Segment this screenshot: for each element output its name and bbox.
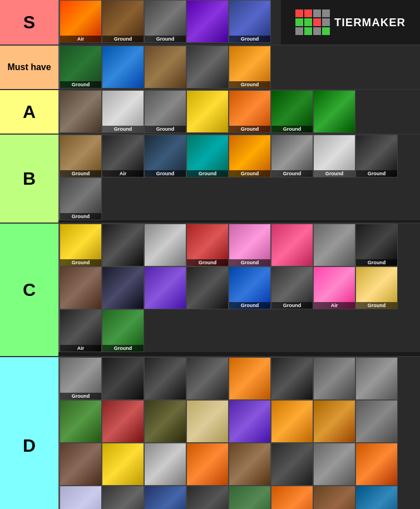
char-cell: Ground xyxy=(102,90,144,133)
char-cell xyxy=(271,357,313,400)
char-label: Ground xyxy=(102,345,144,352)
char-label: Ground xyxy=(271,126,313,132)
tier-label-d: D xyxy=(0,357,58,509)
tier-row-s: S Air Ground Ground Ground xyxy=(0,0,420,46)
tier-label-a: A xyxy=(0,90,58,134)
char-label: Ground xyxy=(271,302,313,309)
char-label: Ground xyxy=(145,36,186,42)
char-cell: Ground xyxy=(271,135,313,177)
char-label: Air xyxy=(314,302,355,309)
char-cell xyxy=(186,443,229,486)
char-cell xyxy=(229,357,271,400)
char-label: Ground xyxy=(60,259,101,266)
char-label: Ground xyxy=(229,259,270,266)
tier-row-a: A Ground Ground Ground Ground xyxy=(0,90,420,135)
char-label: Air xyxy=(102,170,144,177)
char-label: Ground xyxy=(60,170,101,177)
char-cell: Ground xyxy=(355,135,398,177)
char-cell xyxy=(102,443,144,486)
char-label: Ground xyxy=(229,36,270,42)
char-cell: Air xyxy=(60,0,102,43)
char-cell xyxy=(186,357,229,400)
char-label: Air xyxy=(60,36,101,42)
char-label: Ground xyxy=(229,126,270,132)
char-cell xyxy=(186,0,229,43)
char-cell xyxy=(60,90,102,133)
char-cell: Ground xyxy=(144,90,186,133)
char-cell xyxy=(186,90,229,133)
char-cell xyxy=(229,486,271,509)
char-cell xyxy=(355,400,398,443)
char-cell: Ground xyxy=(271,90,313,133)
char-label: Ground xyxy=(229,170,270,177)
char-cell xyxy=(102,224,144,266)
tier-content-c: Ground Ground Ground xyxy=(58,224,420,352)
char-cell xyxy=(355,443,398,486)
char-cell xyxy=(229,443,271,486)
char-label: Ground xyxy=(229,81,270,88)
char-cell: Air xyxy=(60,309,102,352)
char-cell: Ground xyxy=(313,135,355,177)
char-cell: Ground xyxy=(144,135,186,177)
char-cell: Ground xyxy=(271,266,313,309)
char-label: Ground xyxy=(229,302,270,309)
char-label: Ground xyxy=(271,170,313,177)
char-cell xyxy=(313,400,355,443)
char-label: Ground xyxy=(187,170,228,177)
char-cell xyxy=(313,443,355,486)
char-cell: Ground xyxy=(60,357,102,400)
tier-label-must: Must have xyxy=(0,46,58,89)
char-cell xyxy=(102,357,144,400)
char-cell xyxy=(102,400,144,443)
logo-area: TIERMAKER xyxy=(281,0,420,45)
char-cell xyxy=(144,443,186,486)
char-cell: Ground xyxy=(60,46,102,88)
char-cell: Ground xyxy=(229,135,271,177)
char-cell xyxy=(102,266,144,309)
tier-content-must: Ground Ground xyxy=(58,46,420,89)
char-label: Air xyxy=(60,345,101,352)
char-cell: Ground xyxy=(355,266,398,309)
char-label: Ground xyxy=(60,81,101,88)
char-cell xyxy=(271,224,313,266)
char-cell: Ground xyxy=(60,135,102,177)
tier-label-b: B xyxy=(0,135,58,223)
tier-row-d: D Ground xyxy=(0,357,420,509)
char-label: Ground xyxy=(145,126,186,132)
char-cell xyxy=(186,266,229,309)
char-label: Ground xyxy=(60,213,101,220)
char-label: Ground xyxy=(356,302,397,309)
char-label: Ground xyxy=(314,170,355,177)
logo-grid xyxy=(295,9,330,35)
tier-list: S Air Ground Ground Ground xyxy=(0,0,420,509)
char-cell xyxy=(144,357,186,400)
char-cell: Air xyxy=(313,266,355,309)
char-cell xyxy=(144,486,186,509)
char-cell xyxy=(271,443,313,486)
char-cell: Ground xyxy=(60,224,102,266)
tier-row-c: C Ground Ground Ground xyxy=(0,224,420,357)
char-cell xyxy=(186,400,229,443)
char-cell xyxy=(144,46,186,88)
char-label: Ground xyxy=(145,170,186,177)
char-cell: Ground xyxy=(229,224,271,266)
char-cell: Ground xyxy=(229,46,271,88)
tier-content-s: Air Ground Ground Ground xyxy=(58,0,420,45)
char-cell xyxy=(271,486,313,509)
char-cell: Ground xyxy=(186,224,229,266)
char-label: Ground xyxy=(356,170,397,177)
char-cell xyxy=(313,224,355,266)
char-cell xyxy=(144,224,186,266)
char-cell: Air xyxy=(355,486,398,509)
char-cell: Ground xyxy=(144,0,186,43)
char-label: Ground xyxy=(102,36,144,42)
char-cell xyxy=(313,90,355,133)
tier-label-s: S xyxy=(0,0,58,45)
char-cell: Ground xyxy=(60,177,102,220)
char-label: Ground xyxy=(102,126,144,132)
char-cell xyxy=(60,443,102,486)
char-cell: Air xyxy=(102,135,144,177)
char-cell xyxy=(229,400,271,443)
char-cell xyxy=(355,357,398,400)
char-cell xyxy=(60,486,102,509)
